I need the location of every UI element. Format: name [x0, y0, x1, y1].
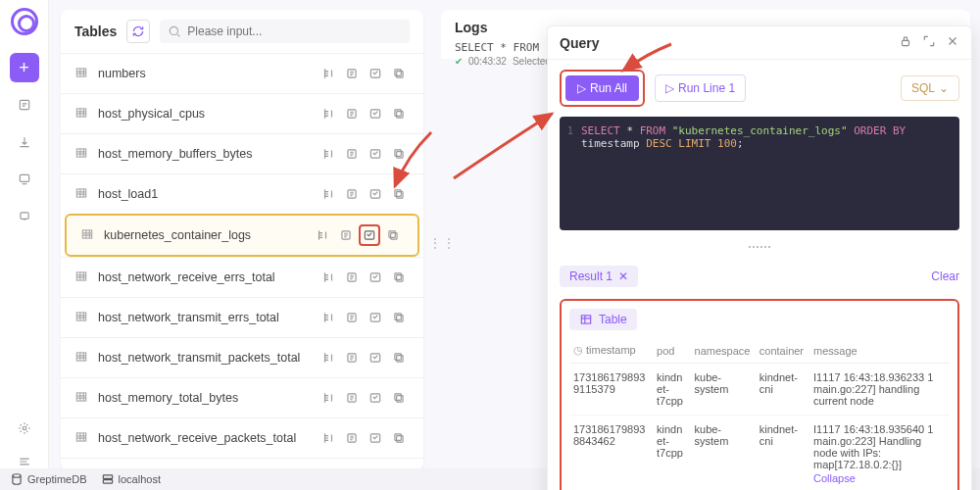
collapse-link[interactable]: Collapse	[813, 472, 946, 484]
details-icon[interactable]	[341, 387, 363, 409]
table-icon	[74, 186, 88, 203]
table-row[interactable]: host_network_transmit_packets_total	[61, 337, 423, 377]
col-namespace[interactable]: namespace	[691, 338, 756, 364]
schema-icon[interactable]	[318, 347, 339, 368]
query-icon[interactable]	[365, 267, 386, 288]
schema-icon[interactable]	[318, 143, 339, 165]
table-view-tab[interactable]: Table	[569, 309, 637, 330]
details-icon[interactable]	[341, 307, 363, 328]
table-row[interactable]: host_memory_buffers_bytes	[61, 133, 423, 173]
sidebar-item-dashboard[interactable]	[10, 165, 39, 194]
copy-icon[interactable]	[388, 267, 410, 288]
settings-icon[interactable]	[10, 414, 39, 443]
copy-icon[interactable]	[388, 183, 410, 205]
svg-rect-1	[20, 174, 28, 181]
details-icon[interactable]	[341, 183, 363, 205]
col-message[interactable]: message	[809, 338, 950, 364]
query-icon[interactable]	[365, 103, 386, 124]
col-pod[interactable]: pod	[653, 338, 690, 364]
query-icon[interactable]	[365, 307, 386, 328]
query-icon[interactable]	[365, 427, 386, 449]
schema-icon[interactable]	[318, 103, 339, 124]
lock-icon[interactable]	[899, 34, 912, 51]
copy-icon[interactable]	[388, 347, 410, 368]
schema-icon[interactable]	[318, 427, 339, 449]
sidebar-item-query[interactable]	[10, 90, 39, 120]
svg-rect-24	[395, 190, 401, 196]
details-icon[interactable]	[335, 224, 357, 246]
schema-icon[interactable]	[318, 387, 339, 409]
panel-resize-handle[interactable]: ⋮⋮	[428, 235, 456, 251]
schema-icon[interactable]	[318, 267, 339, 288]
table-name: host_network_transmit_packets_total	[98, 351, 308, 365]
svg-rect-29	[389, 231, 395, 237]
cell-namespace: kube-system	[691, 364, 756, 416]
table-row[interactable]: host_network_transmit_errs_total	[61, 297, 423, 337]
table-row[interactable]: host_memory_swapped_out_bytes_total	[61, 458, 423, 468]
sql-editor[interactable]: 1 SELECT * FROM "kubernetes_container_lo…	[560, 117, 959, 230]
refresh-button[interactable]	[126, 20, 150, 43]
query-icon[interactable]	[365, 387, 386, 409]
search-input[interactable]	[187, 24, 402, 38]
table-row[interactable]: host_network_receive_packets_total	[61, 417, 423, 458]
schema-icon[interactable]	[312, 224, 333, 246]
sidebar-item-monitor[interactable]	[10, 202, 39, 231]
query-icon[interactable]	[359, 224, 380, 246]
query-icon[interactable]	[365, 63, 386, 84]
svg-point-4	[171, 26, 178, 34]
svg-rect-8	[397, 72, 403, 77]
cell-pod: kindnet-t7cpp	[653, 364, 690, 416]
language-dropdown[interactable]: SQL ⌄	[901, 75, 959, 101]
query-icon[interactable]	[365, 347, 386, 368]
svg-rect-54	[395, 434, 401, 440]
table-icon	[80, 227, 94, 244]
table-row[interactable]: host_memory_total_bytes	[61, 377, 423, 417]
run-all-button[interactable]: ▷ Run All	[565, 75, 639, 101]
result-tab-close-icon[interactable]: ✕	[618, 270, 628, 283]
copy-icon[interactable]	[382, 224, 404, 246]
result-table: ◷timestamp pod namespace container messa…	[569, 338, 950, 490]
editor-resize-handle[interactable]: ⋯⋯	[548, 240, 971, 254]
copy-icon[interactable]	[388, 307, 410, 328]
annotation-arrow	[446, 108, 564, 186]
col-timestamp[interactable]: ◷timestamp	[569, 338, 653, 364]
svg-rect-73	[103, 475, 112, 479]
result-tab[interactable]: Result 1 ✕	[560, 266, 638, 287]
svg-rect-23	[397, 192, 403, 198]
close-icon[interactable]	[946, 34, 959, 51]
schema-icon[interactable]	[318, 63, 339, 84]
copy-icon[interactable]	[388, 143, 410, 165]
table-list: numbershost_physical_cpushost_memory_buf…	[61, 53, 423, 468]
clear-button[interactable]: Clear	[931, 270, 959, 283]
details-icon[interactable]	[341, 63, 363, 84]
svg-rect-20	[76, 188, 85, 196]
copy-icon[interactable]	[388, 387, 410, 409]
details-icon[interactable]	[341, 347, 363, 368]
schema-icon[interactable]	[318, 183, 339, 205]
search-input-wrapper[interactable]	[160, 20, 410, 43]
svg-rect-45	[76, 392, 85, 400]
col-container[interactable]: container	[756, 338, 809, 364]
query-icon[interactable]	[365, 183, 386, 205]
copy-icon[interactable]	[388, 427, 410, 449]
run-line-button[interactable]: ▷ Run Line 1	[655, 74, 746, 102]
copy-icon[interactable]	[388, 103, 410, 124]
add-button[interactable]: +	[10, 53, 39, 82]
svg-rect-10	[76, 108, 85, 116]
svg-rect-71	[581, 316, 590, 323]
table-row[interactable]: host_physical_cpus	[61, 93, 423, 133]
details-icon[interactable]	[341, 103, 363, 124]
query-icon[interactable]	[365, 143, 386, 165]
details-icon[interactable]	[341, 427, 363, 449]
schema-icon[interactable]	[318, 307, 339, 328]
details-icon[interactable]	[341, 143, 363, 165]
expand-icon[interactable]	[922, 34, 936, 51]
table-row[interactable]: host_load1	[61, 173, 423, 214]
table-row[interactable]: kubernetes_container_logs	[65, 214, 419, 257]
table-row[interactable]: numbers	[61, 53, 423, 93]
sidebar-item-ingest[interactable]	[10, 127, 39, 157]
footer-host[interactable]: localhost	[101, 472, 161, 486]
copy-icon[interactable]	[388, 63, 410, 84]
details-icon[interactable]	[341, 267, 363, 288]
table-row[interactable]: host_network_receive_errs_total	[61, 257, 423, 297]
